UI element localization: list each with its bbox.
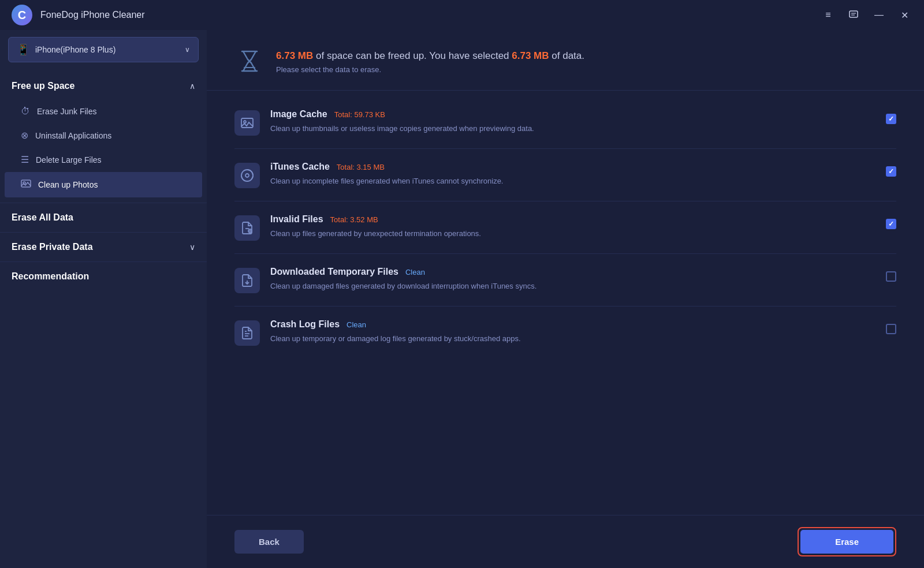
titlebar-controls: ≡ — ✕ [820, 7, 912, 23]
itunes-cache-checkbox[interactable] [886, 166, 896, 177]
file-item-crash-log: Crash Log Files Clean Clean up temporary… [234, 307, 896, 358]
hourglass-icon [234, 46, 264, 76]
content-area: 6.73 MB of space can be freed up. You ha… [207, 30, 924, 568]
sidebar-item-label-uninstall-apps: Uninstall Applications [35, 131, 111, 140]
downloaded-temp-checkbox-box[interactable] [886, 271, 896, 282]
image-cache-checkbox-box[interactable] [886, 114, 896, 124]
sidebar: 📱 iPhone(iPhone 8 Plus) ∨ Free up Space … [0, 30, 207, 568]
selected-amount: 6.73 MB [512, 50, 549, 61]
image-cache-total: Total: 59.73 KB [334, 110, 385, 119]
itunes-cache-checkbox-box[interactable] [886, 166, 896, 177]
sidebar-item-cleanup-photos[interactable]: Clean up Photos [5, 172, 202, 197]
info-text-after: of data. [552, 50, 584, 61]
list-icon: ☰ [21, 154, 29, 165]
sidebar-item-label-erase-junk: Erase Junk Files [37, 107, 96, 116]
info-text: 6.73 MB of space can be freed up. You ha… [276, 48, 584, 74]
crash-log-desc: Clean up temporary or damaged log files … [270, 333, 875, 345]
uninstall-icon: ⊗ [21, 130, 28, 141]
downloaded-temp-checkbox[interactable] [886, 271, 896, 282]
downloaded-temp-body: Downloaded Temporary Files Clean Clean u… [270, 267, 875, 292]
svg-rect-5 [241, 118, 253, 128]
invalid-files-body: Invalid Files Total: 3.52 MB Clean up fi… [270, 214, 875, 240]
crash-log-checkbox-box[interactable] [886, 324, 896, 334]
erase-button[interactable]: Erase [800, 530, 893, 554]
free-up-space-title: Free up Space [12, 81, 74, 91]
erase-private-data-title: Erase Private Data [12, 242, 93, 252]
image-cache-body: Image Cache Total: 59.73 KB Clean up thu… [270, 109, 875, 134]
crash-log-icon [234, 320, 260, 346]
image-cache-icon [234, 110, 260, 136]
sidebar-section-recommendation[interactable]: Recommendation [0, 261, 207, 291]
erase-all-data-title: Erase All Data [12, 212, 73, 222]
titlebar: C FoneDog iPhone Cleaner ≡ — ✕ [0, 0, 924, 30]
downloaded-temp-desc: Clean up damaged files generated by down… [270, 281, 875, 292]
image-cache-checkbox[interactable] [886, 114, 896, 124]
recommendation-title: Recommendation [12, 271, 89, 281]
svg-point-6 [244, 121, 246, 123]
invalid-files-title-row: Invalid Files Total: 3.52 MB [270, 214, 875, 225]
image-cache-desc: Clean up thumbnails or useless image cop… [270, 123, 875, 134]
chevron-down-icon: ∨ [185, 46, 190, 54]
itunes-cache-total: Total: 3.15 MB [337, 163, 385, 171]
info-text-before: of space can be freed up. You have selec… [316, 50, 512, 61]
app-title: FoneDog iPhone Cleaner [40, 10, 145, 20]
free-up-space-toggle: ∧ [189, 81, 195, 91]
info-text-main: 6.73 MB of space can be freed up. You ha… [276, 48, 584, 63]
file-item-invalid-files: Invalid Files Total: 3.52 MB Clean up fi… [234, 201, 896, 254]
invalid-files-total: Total: 3.52 MB [330, 215, 378, 224]
footer: Back Erase [207, 515, 924, 568]
invalid-files-checkbox[interactable] [886, 219, 896, 229]
sidebar-section-erase-private-data[interactable]: Erase Private Data ∨ [0, 232, 207, 261]
svg-point-8 [245, 174, 249, 177]
invalid-files-name: Invalid Files [270, 214, 323, 225]
menu-button[interactable]: ≡ [820, 7, 836, 23]
itunes-cache-desc: Clean up incomplete files generated when… [270, 175, 875, 187]
itunes-cache-icon [234, 163, 260, 188]
info-banner: 6.73 MB of space can be freed up. You ha… [207, 30, 924, 91]
erase-private-data-toggle: ∨ [189, 242, 195, 252]
image-cache-name: Image Cache [270, 109, 327, 119]
sidebar-section-free-up-space: Free up Space ∧ ⏱ Erase Junk Files ⊗ Uni… [0, 73, 207, 203]
itunes-cache-body: iTunes Cache Total: 3.15 MB Clean up inc… [270, 162, 875, 187]
itunes-cache-title-row: iTunes Cache Total: 3.15 MB [270, 162, 875, 172]
photo-icon [21, 178, 31, 191]
crash-log-body: Crash Log Files Clean Clean up temporary… [270, 319, 875, 345]
crash-log-name: Crash Log Files [270, 319, 340, 330]
sidebar-section-erase-all-data[interactable]: Erase All Data [0, 203, 207, 232]
sidebar-items-free-up-space: ⏱ Erase Junk Files ⊗ Uninstall Applicati… [0, 97, 207, 203]
downloaded-temp-title-row: Downloaded Temporary Files Clean [270, 267, 875, 277]
crash-log-title-row: Crash Log Files Clean [270, 319, 875, 330]
svg-rect-0 [850, 11, 858, 17]
app-logo: C [12, 5, 32, 25]
sidebar-item-delete-large[interactable]: ☰ Delete Large Files [5, 148, 202, 171]
file-item-downloaded-temp: Downloaded Temporary Files Clean Clean u… [234, 254, 896, 307]
sidebar-item-erase-junk[interactable]: ⏱ Erase Junk Files [5, 100, 202, 123]
items-list: Image Cache Total: 59.73 KB Clean up thu… [207, 91, 924, 515]
device-label: iPhone(iPhone 8 Plus) [35, 45, 116, 54]
chat-button[interactable] [845, 7, 862, 23]
back-button[interactable]: Back [234, 530, 304, 554]
sidebar-item-uninstall-apps[interactable]: ⊗ Uninstall Applications [5, 124, 202, 147]
crash-log-checkbox[interactable] [886, 324, 896, 334]
crash-log-clean: Clean [346, 320, 366, 329]
image-cache-title-row: Image Cache Total: 59.73 KB [270, 109, 875, 119]
titlebar-left: C FoneDog iPhone Cleaner [12, 5, 145, 25]
downloaded-temp-icon [234, 268, 260, 293]
info-subtext: Please select the data to erase. [276, 65, 584, 74]
file-item-itunes-cache: iTunes Cache Total: 3.15 MB Clean up inc… [234, 149, 896, 201]
minimize-button[interactable]: — [871, 7, 887, 23]
itunes-cache-name: iTunes Cache [270, 162, 330, 172]
sidebar-item-label-cleanup-photos: Clean up Photos [38, 180, 98, 189]
invalid-files-desc: Clean up files generated by unexpected t… [270, 228, 875, 240]
device-selector-left: 📱 iPhone(iPhone 8 Plus) [17, 43, 116, 56]
main-layout: 📱 iPhone(iPhone 8 Plus) ∨ Free up Space … [0, 30, 924, 568]
downloaded-temp-name: Downloaded Temporary Files [270, 267, 398, 277]
sidebar-item-label-delete-large: Delete Large Files [36, 155, 102, 165]
space-amount: 6.73 MB [276, 50, 313, 61]
device-selector[interactable]: 📱 iPhone(iPhone 8 Plus) ∨ [8, 37, 199, 62]
device-icon: 📱 [17, 43, 29, 56]
clock-icon: ⏱ [21, 106, 30, 117]
invalid-files-checkbox-box[interactable] [886, 219, 896, 229]
close-button[interactable]: ✕ [896, 7, 912, 23]
sidebar-section-header-free-up-space[interactable]: Free up Space ∧ [0, 73, 207, 97]
